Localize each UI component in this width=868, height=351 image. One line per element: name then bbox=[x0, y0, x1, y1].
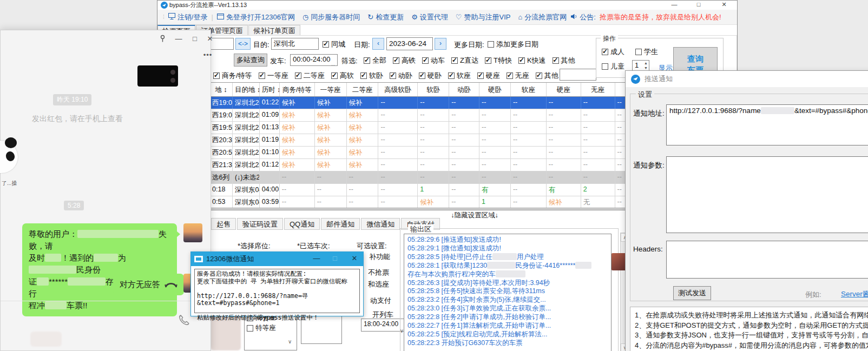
toolbar-item-1[interactable]: 注销/登录 bbox=[168, 12, 208, 22]
toolbar-item-6[interactable]: ♡赞助与注册VIP bbox=[456, 12, 511, 22]
column-header[interactable]: 无座 bbox=[581, 83, 615, 96]
date-input[interactable]: 2023-06-24 bbox=[386, 37, 433, 50]
settings-tab-3[interactable]: QQ通知 bbox=[284, 218, 320, 230]
column-header[interactable]: 商务/特等 bbox=[280, 83, 315, 96]
voice-call-icon[interactable] bbox=[178, 314, 191, 328]
panda-sticker[interactable] bbox=[0, 137, 19, 176]
toolbar-item-7[interactable]: ⌂分流抢票官网 bbox=[518, 12, 567, 22]
train-type-filter-6[interactable]: K快速 bbox=[518, 56, 546, 65]
seat-type-filter-9[interactable]: 硬座 bbox=[477, 71, 500, 81]
multi-station-button[interactable]: 多站查询 bbox=[234, 54, 267, 67]
option-houbu-function[interactable]: 补功能 bbox=[369, 252, 390, 262]
option-no-grab[interactable]: 不抢票 bbox=[368, 268, 389, 277]
table-cell: 候补 bbox=[315, 134, 347, 146]
test-send-button[interactable]: 测试发送 bbox=[673, 286, 711, 300]
chat-maximize-icon[interactable]: □ bbox=[189, 35, 201, 43]
column-header[interactable]: 二等座 bbox=[347, 83, 379, 96]
close-button[interactable]: ✕ bbox=[716, 1, 732, 9]
video-thumbnail[interactable] bbox=[137, 65, 178, 87]
settings-tab-1[interactable]: 起售 bbox=[211, 218, 236, 230]
dialog-minimize-button[interactable]: — bbox=[309, 252, 324, 265]
log-line: 05:28:29:1 [微信通知]发送成功! bbox=[407, 244, 611, 253]
student-checkbox[interactable]: 学生 bbox=[635, 47, 658, 57]
settings-tab-2[interactable]: 验证码设置 bbox=[237, 218, 283, 230]
same-city-checkbox[interactable]: 同城 bbox=[323, 39, 345, 49]
column-header[interactable]: 一等座 bbox=[315, 83, 347, 96]
notify-url-textarea[interactable]: http://127.0.0.1:9688/?name&text=#bypass… bbox=[666, 104, 868, 145]
adult-checkbox[interactable]: 成人 bbox=[602, 47, 624, 57]
option-seat-select[interactable]: 和选座 bbox=[368, 280, 389, 289]
notify-url-label: 通知地址: bbox=[633, 109, 665, 118]
child-count-stepper[interactable]: 1 ▲▼ bbox=[632, 60, 649, 71]
child-checkbox[interactable]: 儿童 bbox=[602, 62, 624, 71]
train-type-filter-3[interactable]: 动车 bbox=[422, 56, 445, 65]
seat-type-filter-7[interactable]: 硬卧 bbox=[419, 71, 442, 81]
date-prev-button[interactable]: ‹ bbox=[372, 38, 384, 50]
table-cell: -- bbox=[347, 196, 379, 208]
column-header[interactable]: 地 ↕ bbox=[210, 83, 233, 96]
notify-params-textarea[interactable] bbox=[666, 156, 868, 233]
column-header[interactable]: 软座 bbox=[511, 83, 547, 96]
output-log-list[interactable]: 05:28:29:6 [推送通知]发送成功!05:28:29:1 [微信通知]发… bbox=[404, 234, 611, 351]
train-type-filters: 全部高铁动车Z直达T特快K快速其他 bbox=[364, 56, 582, 65]
chat-minimize-icon[interactable]: — bbox=[173, 35, 185, 43]
table-cell: -- bbox=[581, 159, 615, 171]
column-header[interactable]: 硬座 bbox=[547, 83, 581, 96]
headers-textarea[interactable] bbox=[666, 241, 868, 279]
tab-3[interactable]: 候补订单页面 bbox=[248, 25, 300, 35]
settings-tab-4[interactable]: 邮件通知 bbox=[321, 218, 360, 230]
swap-stations-button[interactable]: <-> bbox=[235, 38, 251, 50]
column-header[interactable]: 硬卧 bbox=[479, 83, 511, 96]
column-header[interactable]: 历时 ↕ bbox=[260, 83, 280, 96]
toolbar-item-5[interactable]: ⚙设置代理 bbox=[411, 12, 448, 22]
avatar[interactable] bbox=[183, 223, 202, 242]
table-cell: -- bbox=[479, 109, 511, 121]
train-type-filter-7[interactable]: 其他 bbox=[553, 56, 575, 65]
dest-input[interactable]: 深圳北 bbox=[271, 38, 319, 50]
toolbar-item-3[interactable]: ◷同步服务器时间 bbox=[303, 12, 360, 22]
push-group-label: 设置 bbox=[636, 90, 654, 100]
table-cell: -- bbox=[449, 122, 479, 134]
seat-type-filter-1[interactable]: 商务/特等 bbox=[213, 71, 252, 81]
listbox-item-3[interactable]: 特等座 bbox=[245, 323, 297, 333]
date-next-button[interactable]: › bbox=[435, 38, 446, 50]
chat-close-icon[interactable]: ✕ bbox=[204, 35, 216, 43]
column-header[interactable]: 动卧 bbox=[449, 83, 479, 96]
chat-more-icon[interactable]: ••• bbox=[202, 51, 214, 59]
toolbar-item-2[interactable]: 免登录打开12306官网 bbox=[217, 12, 295, 22]
seat-type-filter-11[interactable]: 其他 bbox=[536, 71, 558, 81]
seat-type-filter-4[interactable]: 高软 bbox=[331, 71, 354, 81]
table-cell: -- bbox=[547, 97, 581, 109]
seat-type-filter-8[interactable]: 软座 bbox=[448, 71, 471, 81]
listbox-scroll-down[interactable]: ∨ bbox=[288, 339, 292, 345]
option-auto-pay[interactable]: 动支付 bbox=[370, 296, 391, 306]
seat-type-filter-6[interactable]: 动卧 bbox=[390, 71, 412, 81]
train-no-input[interactable] bbox=[560, 69, 596, 81]
train-type-filter-1[interactable]: 全部 bbox=[364, 56, 386, 65]
dialog-close-button[interactable]: ✕ bbox=[347, 252, 362, 265]
train-type-filter-4[interactable]: Z直达 bbox=[451, 56, 478, 65]
pin-icon[interactable] bbox=[156, 35, 168, 44]
column-header[interactable]: 目的地 ↕ bbox=[233, 83, 260, 96]
table-cell: -- bbox=[418, 97, 449, 109]
censored-text bbox=[29, 266, 76, 274]
train-type-filter-5[interactable]: T特快 bbox=[485, 56, 512, 65]
seat-type-filter-5[interactable]: 软卧 bbox=[360, 71, 383, 81]
settings-tab-5[interactable]: 微信通知 bbox=[361, 218, 400, 230]
toolbar-item-4[interactable]: ↻检查更新 bbox=[367, 12, 404, 22]
dialog-maximize-button[interactable]: □ bbox=[327, 252, 343, 265]
train-type-filter-2[interactable]: 高铁 bbox=[393, 56, 416, 65]
depart-time-select[interactable]: 00:00-24:00∨ bbox=[290, 54, 338, 66]
seat-type-filter-10[interactable]: 无座 bbox=[507, 71, 529, 81]
column-header[interactable]: 软卧 bbox=[418, 83, 449, 96]
maximize-button[interactable]: □ bbox=[691, 1, 707, 9]
seat-type-filter-2[interactable]: 一等座 bbox=[259, 71, 288, 81]
serverchan-link[interactable]: Server酱 bbox=[841, 289, 868, 299]
minimize-button[interactable]: — bbox=[666, 1, 682, 9]
dialog-titlebar: 12306微信通知 — □ ✕ bbox=[191, 252, 363, 266]
main-toolbar: ⁞ 注销/登录|免登录打开12306官网◷同步服务器时间↻检查更新⚙设置代理♡赞… bbox=[157, 10, 737, 25]
column-header[interactable]: 高级软卧 bbox=[378, 83, 418, 96]
toolbar-item-8[interactable]: 公告: bbox=[570, 12, 596, 22]
seat-type-filter-3[interactable]: 二等座 bbox=[295, 71, 325, 81]
add-more-dates-checkbox[interactable]: 添加更多日期 bbox=[488, 39, 538, 49]
